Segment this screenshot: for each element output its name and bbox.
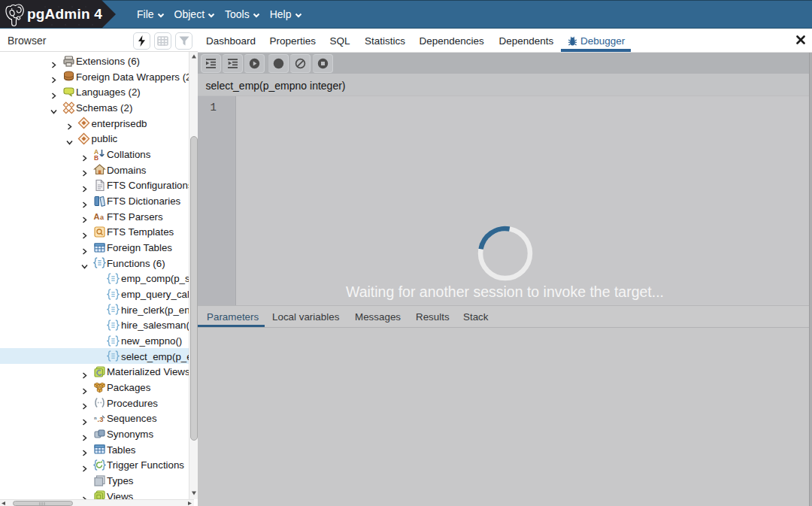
svg-text:B: B bbox=[94, 153, 98, 161]
svg-text:ⁿ: ⁿ bbox=[94, 414, 97, 423]
svg-text:a: a bbox=[100, 214, 105, 221]
svg-text:A: A bbox=[93, 212, 99, 221]
